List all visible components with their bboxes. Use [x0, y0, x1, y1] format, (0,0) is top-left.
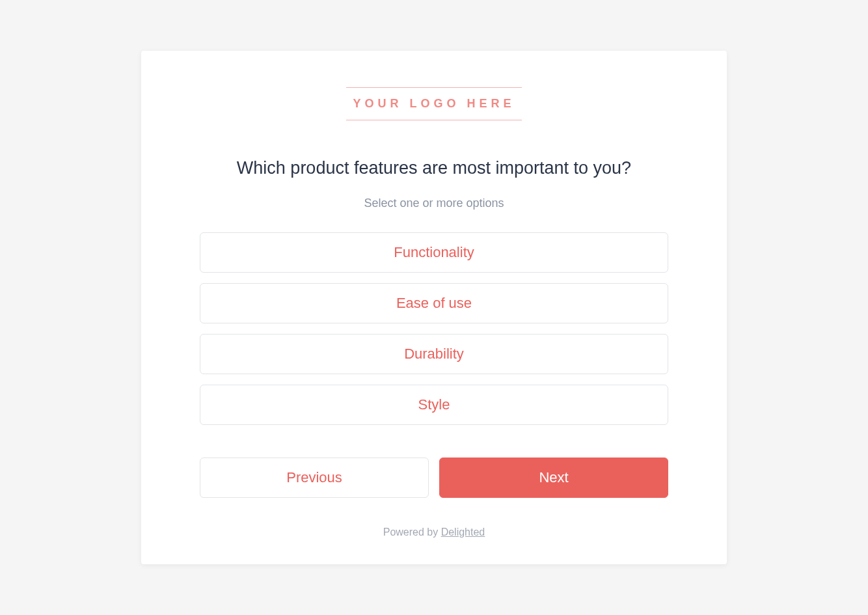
- next-label: Next: [539, 469, 568, 486]
- option-label: Style: [418, 396, 450, 413]
- option-functionality[interactable]: Functionality: [200, 232, 668, 273]
- option-style[interactable]: Style: [200, 385, 668, 425]
- option-durability[interactable]: Durability: [200, 334, 668, 374]
- logo-text: YOUR LOGO HERE: [353, 97, 515, 111]
- option-ease-of-use[interactable]: Ease of use: [200, 283, 668, 323]
- options-list: Functionality Ease of use Durability Sty…: [200, 232, 668, 425]
- option-label: Ease of use: [396, 295, 472, 312]
- previous-label: Previous: [286, 469, 342, 486]
- powered-by-link[interactable]: Delighted: [441, 526, 485, 538]
- survey-card: YOUR LOGO HERE Which product features ar…: [141, 51, 727, 564]
- logo-placeholder: YOUR LOGO HERE: [346, 87, 521, 120]
- option-label: Functionality: [394, 244, 474, 261]
- survey-instruction: Select one or more options: [364, 197, 504, 210]
- survey-question: Which product features are most importan…: [237, 158, 631, 178]
- previous-button[interactable]: Previous: [200, 458, 429, 498]
- option-label: Durability: [404, 346, 464, 362]
- nav-buttons: Previous Next: [200, 458, 668, 498]
- next-button[interactable]: Next: [439, 458, 668, 498]
- footer-prefix: Powered by: [383, 526, 441, 538]
- footer: Powered by Delighted: [383, 526, 485, 538]
